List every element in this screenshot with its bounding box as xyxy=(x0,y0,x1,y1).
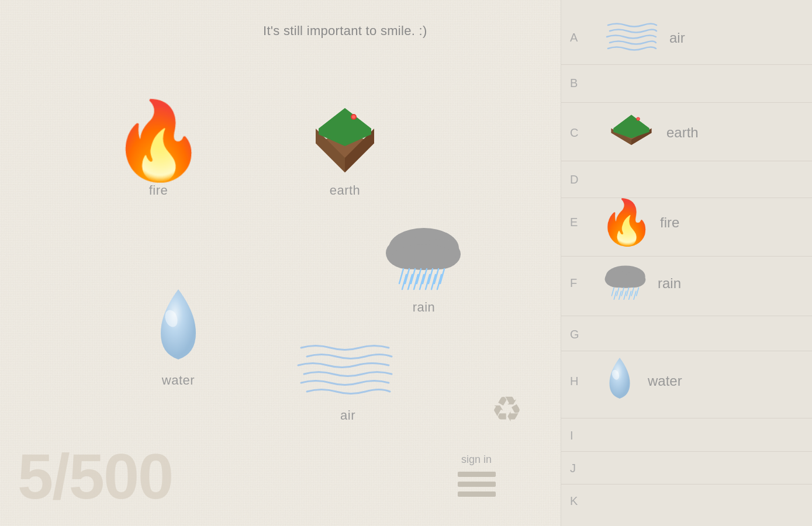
rain-label: rain xyxy=(413,300,436,315)
sidebar-earth-icon xyxy=(602,108,661,155)
sidebar-divider-jk xyxy=(561,484,812,485)
sidebar-item-i: I xyxy=(570,421,573,450)
svg-line-43 xyxy=(631,288,634,296)
sidebar-item-g: G xyxy=(570,319,579,351)
svg-point-6 xyxy=(352,115,355,119)
sidebar-item-a[interactable]: A air xyxy=(561,18,812,58)
sidebar-label-h: water xyxy=(648,373,682,389)
signin-label: sign in xyxy=(461,454,492,466)
svg-line-46 xyxy=(619,291,621,299)
header-message: It's still important to smile. :) xyxy=(263,23,427,39)
sidebar-item-b: B xyxy=(570,67,578,99)
svg-line-49 xyxy=(634,291,636,299)
menu-line-1 xyxy=(458,472,496,477)
sidebar-rain-icon xyxy=(599,260,652,304)
sidebar-letter-j: J xyxy=(570,462,576,475)
recycle-icon: ♻ xyxy=(485,383,532,430)
air-label: air xyxy=(340,408,355,423)
element-rain[interactable]: rain xyxy=(377,219,471,315)
sidebar-divider-ij xyxy=(561,451,812,452)
svg-line-48 xyxy=(629,291,631,299)
svg-point-38 xyxy=(607,275,644,288)
element-water[interactable]: water xyxy=(143,286,213,388)
svg-line-47 xyxy=(624,291,626,299)
main-content: It's still important to smile. :) 🔥 fire… xyxy=(0,0,561,526)
fire-icon: 🔥 xyxy=(111,102,206,178)
sidebar-item-e[interactable]: E 🔥 fire xyxy=(561,198,812,247)
sidebar-fire-icon: 🔥 xyxy=(599,200,654,244)
sidebar-divider-bc xyxy=(561,102,812,103)
sidebar-air-icon xyxy=(605,20,658,53)
sidebar-letter-g: G xyxy=(570,328,579,341)
sidebar-item-h[interactable]: H water xyxy=(561,351,812,411)
svg-line-41 xyxy=(621,288,624,296)
sidebar-label-e: fire xyxy=(660,214,679,231)
svg-line-42 xyxy=(627,288,629,296)
sidebar-letter-i: I xyxy=(570,429,573,442)
svg-line-45 xyxy=(614,291,616,299)
signin-area: sign in xyxy=(427,454,526,497)
svg-point-34 xyxy=(637,118,640,120)
svg-line-44 xyxy=(637,288,639,296)
earth-block-icon xyxy=(307,102,383,178)
sidebar-letter-h: H xyxy=(570,375,588,388)
sidebar-item-j: J xyxy=(570,454,576,483)
sidebar-divider-cd xyxy=(561,161,812,161)
element-earth[interactable]: earth xyxy=(307,102,383,198)
sidebar-letter-f: F xyxy=(570,276,588,290)
water-label: water xyxy=(162,373,195,388)
svg-point-10 xyxy=(392,244,456,270)
sidebar-item-d: D xyxy=(570,164,578,196)
sidebar-label-f: rain xyxy=(658,275,681,292)
fire-label: fire xyxy=(149,183,168,198)
svg-line-40 xyxy=(617,288,619,296)
sidebar-letter-k: K xyxy=(570,494,578,508)
sidebar-label-c: earth xyxy=(666,124,699,141)
menu-line-3 xyxy=(458,492,496,497)
earth-label: earth xyxy=(330,183,361,198)
sidebar-letter-e: E xyxy=(570,216,588,229)
menu-icon[interactable] xyxy=(458,472,496,497)
sidebar-letter-d: D xyxy=(570,173,578,186)
score-display: 5/500 xyxy=(18,444,172,508)
sidebar-divider-ab xyxy=(561,64,812,65)
sidebar-water-icon xyxy=(599,354,640,406)
sidebar-divider-fg xyxy=(561,316,812,316)
sidebar-item-f[interactable]: F rain xyxy=(561,257,812,309)
element-air[interactable]: air xyxy=(295,339,400,423)
recycle-button[interactable]: ♻ xyxy=(485,383,506,432)
water-drop-icon xyxy=(143,286,213,368)
air-lines-icon xyxy=(295,339,400,403)
sidebar-letter-b: B xyxy=(570,77,578,90)
svg-line-11 xyxy=(399,269,403,283)
sidebar-divider-ef xyxy=(561,256,812,257)
sidebar: A air B C xyxy=(561,0,812,526)
svg-text:♻: ♻ xyxy=(491,390,523,429)
menu-line-2 xyxy=(458,482,496,487)
element-fire[interactable]: 🔥 fire xyxy=(111,102,206,198)
sidebar-item-k: K xyxy=(570,486,578,515)
svg-line-39 xyxy=(611,288,614,296)
sidebar-item-c[interactable]: C earth xyxy=(561,105,812,160)
sidebar-divider-hi xyxy=(561,418,812,418)
sidebar-letter-a: A xyxy=(570,31,588,44)
sidebar-label-a: air xyxy=(669,30,685,46)
rain-icon xyxy=(377,219,471,295)
sidebar-letter-c: C xyxy=(570,126,588,140)
